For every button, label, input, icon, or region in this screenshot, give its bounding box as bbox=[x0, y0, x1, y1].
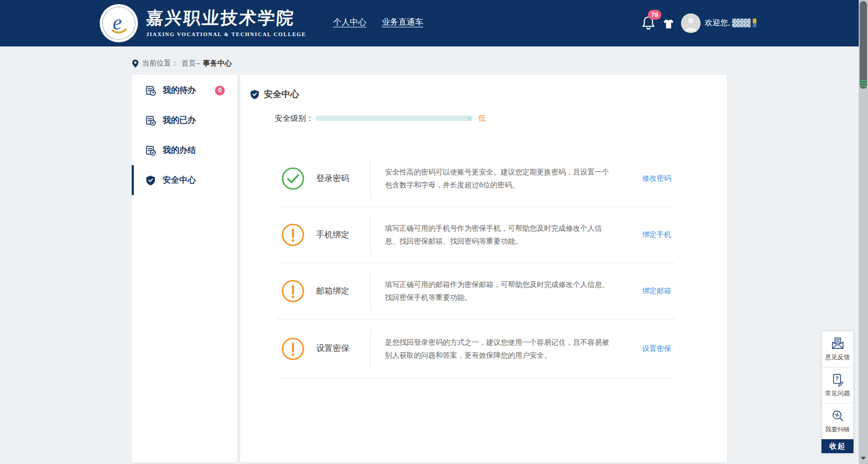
scrollbar-thumb[interactable] bbox=[860, 1, 867, 89]
security-item-title: 手机绑定 bbox=[316, 230, 370, 241]
report-error-button[interactable]: 我要纠错 bbox=[822, 403, 854, 439]
security-center-panel: 安全中心 安全级别： 低 登录密码 安全性高的密码可以使账号更安全。建议您定期更… bbox=[240, 75, 727, 462]
security-level-label: 安全级别： bbox=[275, 114, 314, 123]
sidebar-item-label: 我的已办 bbox=[163, 115, 196, 126]
faq-document-icon: ? bbox=[831, 373, 845, 387]
todo-count-badge: 0 bbox=[215, 86, 225, 95]
scrollbar-green-markers bbox=[860, 80, 866, 87]
security-item-title: 登录密码 bbox=[316, 173, 370, 184]
sidebar-item-label: 我的办结 bbox=[163, 145, 196, 156]
security-row-login-password: 登录密码 安全性高的密码可以使账号更安全。建议您定期更换密码，且设置一个包含数字… bbox=[277, 151, 675, 207]
breadcrumb-current[interactable]: 事务中心 bbox=[203, 59, 232, 68]
report-error-label: 我要纠错 bbox=[825, 425, 850, 434]
collapse-toolbar-button[interactable]: 收起 bbox=[822, 439, 854, 453]
sidebar-item-my-todo[interactable]: 我的待办 0 bbox=[132, 75, 237, 105]
breadcrumb: 当前位置： 首页– 事务中心 bbox=[132, 55, 232, 72]
error-magnifier-icon bbox=[831, 409, 845, 423]
vertical-scrollbar[interactable] bbox=[859, 0, 868, 464]
bind-email-link[interactable]: 绑定邮箱 bbox=[642, 286, 671, 296]
shield-check-icon bbox=[250, 89, 260, 100]
redacted-username-tail bbox=[753, 19, 756, 27]
welcome-block: 欢迎您, bbox=[705, 18, 756, 28]
shield-check-icon bbox=[145, 175, 156, 186]
nav-link-business-express[interactable]: 业务直通车 bbox=[382, 17, 423, 28]
doc-clock-icon bbox=[145, 85, 156, 96]
seal-e-swirl-icon: e bbox=[105, 10, 132, 37]
main-header: 安全中心 bbox=[240, 75, 727, 100]
sidebar-item-my-closed[interactable]: 我的办结 bbox=[132, 135, 237, 165]
security-items-list: 登录密码 安全性高的密码可以使账号更安全。建议您定期更换密码，且设置一个包含数字… bbox=[277, 151, 675, 378]
security-row-secret-question: 设置密保 是您找回登录密码的方式之一，建议您使用一个容易记住，且不容易被别人获取… bbox=[277, 319, 675, 378]
floating-toolbar: 意见反馈 ? 常见问题 我要纠错 收起 bbox=[822, 331, 854, 453]
sidebar-item-label: 我的待办 bbox=[163, 85, 196, 96]
breadcrumb-label: 当前位置： bbox=[142, 59, 178, 68]
security-item-description: 安全性高的密码可以使账号更安全。建议您定期更换密码，且设置一个包含数字和字母，并… bbox=[370, 166, 609, 191]
college-name-block: 嘉兴职业技术学院 JIAXING VOCATIONAL & TECHNICAL … bbox=[146, 7, 306, 37]
redacted-username bbox=[732, 19, 751, 27]
doc-check-icon bbox=[145, 115, 156, 126]
check-circle-icon bbox=[281, 167, 305, 190]
feedback-envelope-icon bbox=[831, 337, 845, 350]
security-level-row: 安全级别： 低 bbox=[275, 113, 727, 124]
sidebar-menu: 我的待办 0 我的已办 我的办结 安全中心 bbox=[132, 75, 237, 462]
college-seal-logo[interactable]: e bbox=[100, 4, 138, 42]
security-item-title: 设置密保 bbox=[316, 343, 370, 354]
security-item-description: 是您找回登录密码的方式之一，建议您使用一个容易记住，且不容易被别人获取的问题和答… bbox=[370, 336, 609, 362]
security-item-description: 填写正确可用的手机号作为密保手机，可帮助您及时完成修改个人信息、找回密保邮箱、找… bbox=[370, 222, 609, 248]
breadcrumb-home[interactable]: 首页– bbox=[181, 59, 200, 68]
tshirt-icon[interactable] bbox=[662, 18, 675, 31]
faq-label: 常见问题 bbox=[825, 389, 850, 398]
nav-link-personal-center[interactable]: 个人中心 bbox=[333, 17, 366, 28]
feedback-label: 意见反馈 bbox=[825, 353, 850, 362]
college-name-cn: 嘉兴职业技术学院 bbox=[145, 7, 307, 30]
welcome-text: 欢迎您, bbox=[705, 18, 730, 28]
security-level-value: 低 bbox=[478, 114, 486, 123]
college-name-en: JIAXING VOCATIONAL & TECHNICAL COLLEGE bbox=[146, 31, 306, 37]
scrollbar-down-arrow-icon[interactable] bbox=[861, 457, 866, 460]
sidebar-item-security-center[interactable]: 安全中心 bbox=[132, 165, 237, 195]
sidebar-item-label: 安全中心 bbox=[163, 175, 196, 186]
set-secret-link[interactable]: 设置密保 bbox=[642, 344, 671, 354]
security-item-title: 邮箱绑定 bbox=[316, 286, 370, 297]
modify-password-link[interactable]: 修改密码 bbox=[642, 174, 671, 183]
sidebar-item-my-done[interactable]: 我的已办 bbox=[132, 105, 237, 135]
faq-button[interactable]: ? 常见问题 bbox=[822, 367, 854, 403]
doc-check-icon bbox=[145, 145, 156, 156]
exclamation-circle-icon bbox=[281, 337, 305, 361]
feedback-button[interactable]: 意见反馈 bbox=[822, 331, 854, 367]
college-seal-emblem: e bbox=[102, 7, 135, 40]
security-level-progressbar bbox=[316, 116, 472, 121]
top-navbar: e 嘉兴职业技术学院 JIAXING VOCATIONAL & TECHNICA… bbox=[0, 0, 859, 46]
location-pin-icon bbox=[132, 59, 139, 68]
security-row-email-binding: 邮箱绑定 填写正确可用的邮箱作为密保邮箱，可帮助您及时完成修改个人信息、找回密保… bbox=[277, 263, 675, 319]
security-item-description: 填写正确可用的邮箱作为密保邮箱，可帮助您及时完成修改个人信息、找回密保手机等重要… bbox=[370, 278, 609, 304]
notification-count-badge: 78 bbox=[648, 10, 661, 20]
user-avatar[interactable] bbox=[681, 13, 701, 33]
bind-phone-link[interactable]: 绑定手机 bbox=[642, 230, 671, 239]
svg-text:?: ? bbox=[835, 375, 838, 381]
page-title: 安全中心 bbox=[264, 88, 299, 100]
exclamation-circle-icon bbox=[281, 279, 305, 303]
exclamation-circle-icon bbox=[281, 223, 305, 247]
security-row-phone-binding: 手机绑定 填写正确可用的手机号作为密保手机，可帮助您及时完成修改个人信息、找回密… bbox=[277, 207, 675, 263]
